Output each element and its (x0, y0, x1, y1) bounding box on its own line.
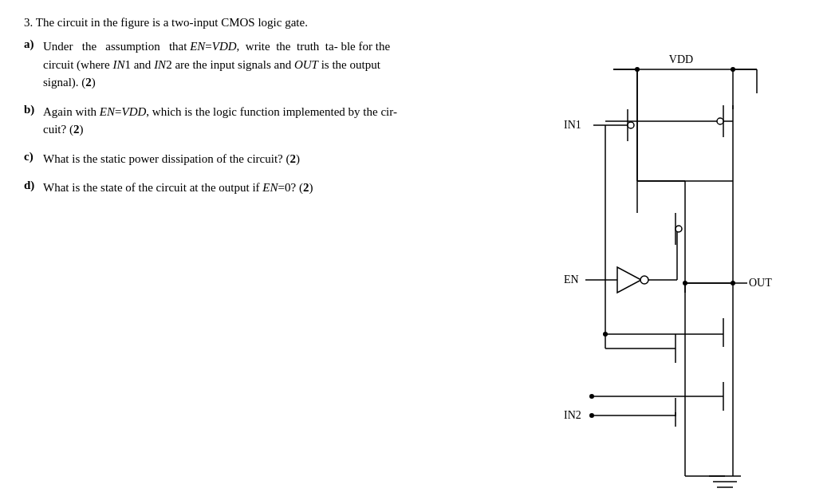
part-b-label: b) (24, 103, 38, 139)
svg-point-10 (628, 122, 634, 128)
en-label: EN (564, 274, 579, 285)
part-b: b) Again with EN=VDD, which is the logic… (24, 103, 407, 139)
part-d: d) What is the state of the circuit at t… (24, 179, 407, 197)
svg-point-22 (640, 276, 648, 284)
question-container: 3. The circuit in the figure is a two-in… (24, 16, 811, 504)
circuit-diagram: VDD (446, 45, 789, 504)
svg-point-60 (731, 67, 735, 72)
question-number: 3. The circuit in the figure is a two-in… (24, 16, 811, 30)
in2-label: IN2 (564, 409, 581, 421)
svg-point-64 (589, 413, 594, 418)
part-a-text: Under the assumption that EN=VDD, write … (43, 37, 407, 92)
content-wrapper: a) Under the assumption that EN=VDD, wri… (24, 37, 811, 504)
svg-point-16 (717, 118, 723, 124)
svg-point-63 (589, 394, 594, 399)
svg-point-59 (635, 67, 640, 72)
text-section: a) Under the assumption that EN=VDD, wri… (24, 37, 423, 504)
part-d-label: d) (24, 179, 38, 197)
svg-point-65 (603, 332, 608, 337)
part-a-label: a) (24, 37, 38, 92)
svg-point-61 (683, 281, 687, 285)
out-label: OUT (749, 277, 772, 289)
q-intro: The circuit in the figure is a two-input… (36, 16, 308, 29)
svg-point-29 (675, 226, 682, 232)
part-c: c) What is the static power dissipation … (24, 150, 407, 168)
part-a: a) Under the assumption that EN=VDD, wri… (24, 37, 407, 92)
part-b-text: Again with EN=VDD, which is the logic fu… (43, 103, 407, 139)
part-d-text: What is the state of the circuit at the … (43, 179, 313, 197)
in1-label: IN1 (564, 119, 581, 131)
part-c-label: c) (24, 150, 38, 168)
part-c-text: What is the static power dissipation of … (43, 150, 300, 168)
q-num: 3. (24, 16, 33, 29)
svg-point-62 (731, 281, 735, 285)
not-gate (617, 267, 641, 293)
vdd-label: VDD (668, 53, 692, 65)
circuit-section: VDD (423, 37, 811, 504)
